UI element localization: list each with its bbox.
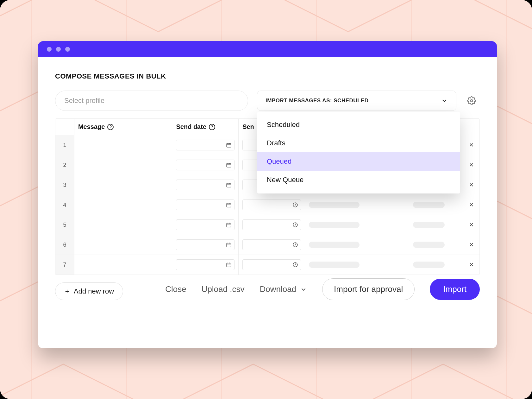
extra-cell-1 (305, 235, 409, 255)
import-as-label: IMPORT MESSAGES AS: SCHEDULED (266, 98, 369, 104)
date-input[interactable] (176, 219, 235, 230)
delete-row-button[interactable]: ✕ (463, 235, 479, 255)
dropdown-item-scheduled[interactable]: Scheduled (257, 116, 460, 134)
import-button[interactable]: Import (430, 279, 480, 300)
date-input[interactable] (176, 239, 235, 250)
time-input[interactable] (242, 239, 301, 250)
date-input[interactable] (176, 200, 235, 210)
calendar-icon (226, 202, 232, 208)
message-cell[interactable] (74, 175, 172, 195)
send-date-cell (172, 175, 239, 195)
placeholder-skeleton (309, 222, 360, 228)
close-icon: ✕ (469, 142, 474, 149)
placeholder-skeleton (309, 262, 360, 268)
placeholder-skeleton (309, 242, 360, 248)
clock-icon (292, 262, 298, 268)
modal-footer: Close Upload .csv Download Import for ap… (55, 278, 480, 300)
message-cell[interactable] (74, 195, 172, 215)
window-titlebar (38, 41, 497, 57)
dropdown-item-drafts[interactable]: Drafts (257, 134, 460, 152)
import-as-menu: Scheduled Drafts Queued New Queue (257, 112, 460, 193)
delete-row-button[interactable]: ✕ (463, 255, 479, 275)
table-row: 5✕ (55, 215, 479, 235)
delete-row-button[interactable]: ✕ (463, 175, 479, 195)
modal-content: COMPOSE MESSAGES IN BULK Select profile … (38, 57, 497, 313)
select-profile-input[interactable]: Select profile (55, 91, 248, 111)
send-date-cell (172, 235, 239, 255)
close-icon: ✕ (469, 261, 474, 268)
dropdown-item-new-queue[interactable]: New Queue (257, 171, 460, 189)
chevron-down-icon (441, 97, 448, 104)
calendar-icon (226, 262, 232, 268)
close-icon: ✕ (469, 162, 474, 168)
close-icon: ✕ (469, 241, 474, 248)
close-icon: ✕ (469, 181, 474, 188)
message-cell[interactable] (74, 255, 172, 275)
help-icon[interactable]: ? (107, 124, 114, 130)
clock-icon (292, 242, 298, 248)
calendar-icon (226, 242, 232, 248)
date-input[interactable] (176, 160, 235, 170)
calendar-icon (226, 142, 232, 148)
message-cell[interactable] (74, 135, 172, 155)
close-button[interactable]: Close (165, 284, 186, 294)
extra-cell-2 (409, 215, 463, 235)
time-input[interactable] (242, 200, 301, 210)
date-input[interactable] (176, 180, 235, 190)
row-number: 3 (55, 175, 74, 195)
send-time-cell (239, 195, 305, 215)
svg-point-0 (471, 100, 473, 102)
send-time-cell (239, 235, 305, 255)
import-for-approval-button[interactable]: Import for approval (322, 278, 415, 300)
time-input[interactable] (242, 259, 301, 270)
settings-button[interactable] (465, 94, 478, 107)
upload-csv-button[interactable]: Upload .csv (202, 284, 245, 294)
window-control-close[interactable] (47, 47, 52, 52)
delete-row-button[interactable]: ✕ (463, 155, 479, 175)
header-send-date: Send date ? (172, 119, 239, 135)
extra-cell-2 (409, 255, 463, 275)
send-date-cell (172, 255, 239, 275)
svg-rect-21 (227, 223, 231, 227)
delete-row-button[interactable]: ✕ (463, 135, 479, 155)
help-icon[interactable]: ? (209, 124, 215, 130)
import-as-dropdown[interactable]: IMPORT MESSAGES AS: SCHEDULED Scheduled … (257, 91, 456, 111)
send-date-cell (172, 155, 239, 175)
send-time-cell (239, 215, 305, 235)
delete-row-button[interactable]: ✕ (463, 195, 479, 215)
extra-cell-2 (409, 235, 463, 255)
message-cell[interactable] (74, 235, 172, 255)
message-cell[interactable] (74, 155, 172, 175)
message-cell[interactable] (74, 215, 172, 235)
svg-rect-16 (227, 203, 231, 207)
clock-icon (292, 202, 298, 208)
header-rownum (55, 119, 74, 135)
extra-cell-1 (305, 215, 409, 235)
row-number: 2 (55, 155, 74, 175)
row-number: 7 (55, 255, 74, 275)
calendar-icon (226, 162, 232, 168)
clock-icon (292, 222, 298, 228)
modal-window: COMPOSE MESSAGES IN BULK Select profile … (38, 41, 497, 348)
window-control-maximize[interactable] (65, 47, 70, 52)
delete-row-button[interactable]: ✕ (463, 215, 479, 235)
send-date-cell (172, 215, 239, 235)
close-icon: ✕ (469, 201, 474, 208)
download-button[interactable]: Download (260, 284, 307, 294)
window-control-minimize[interactable] (56, 47, 61, 52)
header-delete (463, 119, 479, 135)
svg-rect-11 (227, 183, 231, 187)
svg-rect-26 (227, 243, 231, 247)
extra-cell-2 (409, 195, 463, 215)
row-number: 4 (55, 195, 74, 215)
table-row: 6✕ (55, 235, 479, 255)
table-row: 7✕ (55, 255, 479, 275)
date-input[interactable] (176, 259, 235, 270)
svg-rect-1 (227, 143, 231, 147)
time-input[interactable] (242, 219, 301, 230)
select-profile-placeholder: Select profile (64, 97, 104, 105)
calendar-icon (226, 222, 232, 228)
dropdown-item-queued[interactable]: Queued (257, 152, 460, 171)
gear-icon (467, 96, 476, 105)
date-input[interactable] (176, 140, 235, 150)
